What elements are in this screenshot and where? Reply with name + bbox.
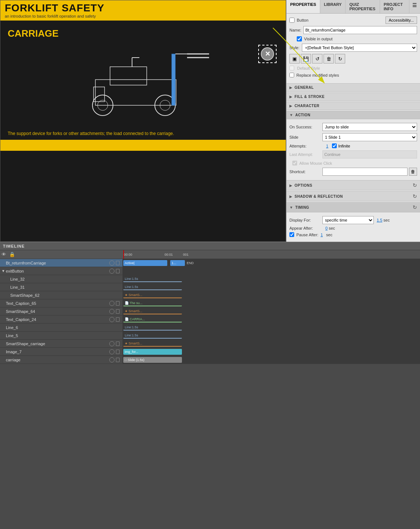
tl-eye-text24[interactable]: [109, 317, 114, 322]
display-for-value[interactable]: 1.5: [377, 218, 382, 222]
timing-section-header[interactable]: ▼ TIMING ↻: [286, 202, 420, 212]
display-for-select[interactable]: specific time: [322, 216, 374, 224]
tl-track-line31: Line:1.5s: [123, 283, 420, 291]
tl-row-smart-carriage[interactable]: SmartShape_carriage: [0, 340, 123, 348]
pause-checkbox[interactable]: [289, 232, 294, 237]
tl-name-image7: Image_7: [6, 350, 109, 354]
tl-row-text65[interactable]: Text_Caption_65: [0, 299, 123, 307]
tl-row-line32[interactable]: Line_32: [0, 275, 123, 283]
tl-row-carriage[interactable]: carriage: [0, 356, 123, 364]
tl-lock-bt-return[interactable]: [116, 261, 120, 265]
on-success-select[interactable]: Jump to slide: [322, 123, 417, 131]
style-row: Style: +[Default Text Button Style]: [289, 44, 417, 52]
fill-stroke-section-header[interactable]: ▶ FILL & STROKE: [286, 92, 420, 101]
display-for-label: Display For:: [289, 218, 322, 222]
tl-eye-carriage[interactable]: [109, 357, 114, 362]
tab-project-info[interactable]: PROJECT INFO: [380, 0, 409, 13]
tl-eye-text65[interactable]: [109, 301, 114, 306]
tl-name-bt-return: Bt_returnfromCarriage: [6, 261, 109, 265]
attempts-value[interactable]: 1: [326, 144, 328, 148]
tl-row-smart62[interactable]: SmartShape_62: [0, 291, 123, 299]
action-section-title: ACTION: [295, 113, 310, 117]
element-checkbox[interactable]: [289, 18, 295, 23]
shadow-reset-icon[interactable]: ↻: [413, 193, 417, 199]
tl-name-line5: Line_5: [6, 333, 121, 338]
tl-row-bt-return[interactable]: Bt_returnfromCarriage: [0, 259, 123, 267]
tl-bar-bt-return-1: 1...: [170, 260, 185, 266]
tl-lock-image7[interactable]: [116, 350, 120, 354]
tl-expand-smart64: [1, 309, 6, 313]
tl-name-smart-carriage: SmartShape_carriage: [6, 342, 109, 346]
tl-track-image7: img_for...: [123, 348, 420, 356]
character-section-header[interactable]: ▶ CHARACTER: [286, 102, 420, 110]
pause-value[interactable]: 1: [321, 233, 323, 237]
shadow-section-header[interactable]: ▶ SHADOW & REFLECTION ↻: [286, 191, 420, 201]
general-section-header[interactable]: ▶ GENERAL: [286, 83, 420, 92]
visible-label: Visible in output: [304, 37, 332, 41]
close-button-selected[interactable]: ✕: [258, 45, 277, 63]
replace-checkbox[interactable]: [289, 73, 294, 77]
style-icon-btn-5[interactable]: ↻: [335, 54, 345, 63]
tl-row-smart64[interactable]: SmartShape_64: [0, 307, 123, 315]
tl-name-text24: Text_Caption_24: [6, 317, 109, 322]
slide-body: CARRIAGE: [0, 21, 286, 127]
slide-select[interactable]: 1 Slide 1: [322, 133, 417, 141]
slide-label: Slide: [289, 135, 322, 139]
tl-expand-exit[interactable]: ▼: [1, 269, 6, 273]
name-input[interactable]: [303, 26, 417, 34]
visible-checkbox[interactable]: [297, 36, 302, 41]
display-for-unit: sec: [383, 218, 390, 222]
style-icon-btn-2[interactable]: 💾: [301, 54, 311, 63]
style-icon-btn-4[interactable]: 🗑: [324, 54, 334, 63]
tl-eye-exit[interactable]: [109, 269, 114, 274]
options-reset-icon[interactable]: ↻: [413, 182, 417, 188]
tl-eye-smart64[interactable]: [109, 309, 114, 314]
accessibility-button[interactable]: Accessibility...: [386, 17, 417, 24]
tl-eye-bt-return[interactable]: [109, 260, 114, 266]
panel-menu-icon[interactable]: ☰: [409, 0, 420, 13]
timing-reset-icon[interactable]: ↻: [413, 204, 417, 210]
options-section-header[interactable]: ▶ OPTIONS ↻: [286, 180, 420, 190]
forklift-svg: [73, 47, 213, 120]
close-button-icon[interactable]: ✕: [261, 47, 274, 61]
tab-quiz-properties[interactable]: QUIZ PROPERTIES: [346, 0, 380, 13]
tl-row-line31[interactable]: Line_31: [0, 283, 123, 291]
appear-after-value[interactable]: 0: [325, 226, 328, 230]
tl-row-exit-button[interactable]: ▼ exitButton: [0, 267, 123, 275]
tl-lock-smart-carriage[interactable]: [116, 342, 120, 346]
name-label: Name:: [289, 28, 301, 32]
style-icon-btn-3[interactable]: ↺: [312, 54, 322, 63]
shortcut-trash-button[interactable]: 🗑: [409, 168, 417, 176]
shortcut-input[interactable]: [322, 168, 408, 176]
action-section-content: On Success: Jump to slide Slide 1 Slide …: [286, 120, 420, 180]
tl-row-line5[interactable]: Line_5: [0, 332, 123, 340]
properties-panel: PROPERTIES LIBRARY QUIZ PROPERTIES PROJE…: [286, 0, 420, 242]
slide-subtitle: an introduction to basic forklift operat…: [5, 14, 281, 18]
tl-row-text24[interactable]: Text_Caption_24: [0, 315, 123, 324]
timeline-eye-icon[interactable]: 👁: [1, 252, 6, 257]
tl-row-image7[interactable]: Image_7: [0, 348, 123, 356]
action-section-header[interactable]: ▼ ACTION: [286, 111, 420, 119]
tl-lock-exit[interactable]: [116, 269, 120, 273]
forklift-image-area: ✕: [8, 43, 278, 124]
tl-lock-text65[interactable]: [116, 301, 120, 306]
style-icon-btn-1[interactable]: ▣: [289, 54, 300, 63]
timeline-lock-icon[interactable]: 🔒: [9, 252, 15, 257]
shortcut-row: Shortcut: 🗑: [289, 168, 417, 176]
allow-mouse-checkbox: [292, 161, 297, 165]
attempts-label: Attempts:: [289, 144, 322, 148]
tl-lock-text24[interactable]: [116, 317, 120, 322]
last-attempt-label: Last Attempt:: [289, 152, 322, 157]
tl-lock-carriage[interactable]: [116, 358, 120, 362]
general-section-title: GENERAL: [295, 85, 314, 90]
style-select[interactable]: +[Default Text Button Style]: [302, 44, 417, 52]
tab-properties[interactable]: PROPERTIES: [286, 0, 320, 13]
tab-library[interactable]: LIBRARY: [320, 0, 346, 13]
name-row: Name:: [289, 26, 417, 34]
tl-row-line6[interactable]: Line_6: [0, 324, 123, 332]
tl-eye-smart-carriage[interactable]: [109, 341, 114, 346]
infinite-checkbox[interactable]: [332, 143, 337, 148]
tl-eye-image7[interactable]: [109, 349, 114, 354]
tl-lock-smart64[interactable]: [116, 309, 120, 314]
tl-name-line6: Line_6: [6, 325, 121, 330]
